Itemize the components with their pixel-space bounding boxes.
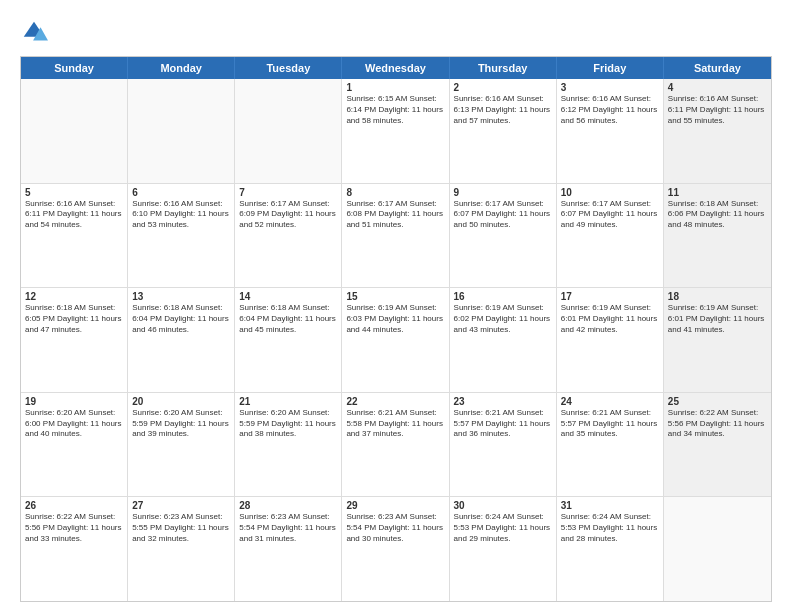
calendar-cell: 13Sunrise: 6:18 AM Sunset: 6:04 PM Dayli… [128, 288, 235, 392]
day-info: Sunrise: 6:18 AM Sunset: 6:04 PM Dayligh… [132, 303, 230, 335]
calendar-cell: 9Sunrise: 6:17 AM Sunset: 6:07 PM Daylig… [450, 184, 557, 288]
weekday-header: Sunday [21, 57, 128, 79]
day-info: Sunrise: 6:21 AM Sunset: 5:57 PM Dayligh… [561, 408, 659, 440]
day-number: 18 [668, 291, 767, 302]
calendar-cell: 24Sunrise: 6:21 AM Sunset: 5:57 PM Dayli… [557, 393, 664, 497]
calendar-cell [21, 79, 128, 183]
day-info: Sunrise: 6:18 AM Sunset: 6:04 PM Dayligh… [239, 303, 337, 335]
day-info: Sunrise: 6:17 AM Sunset: 6:07 PM Dayligh… [454, 199, 552, 231]
day-number: 4 [668, 82, 767, 93]
calendar-cell: 15Sunrise: 6:19 AM Sunset: 6:03 PM Dayli… [342, 288, 449, 392]
weekday-header: Saturday [664, 57, 771, 79]
calendar-cell: 22Sunrise: 6:21 AM Sunset: 5:58 PM Dayli… [342, 393, 449, 497]
calendar-cell: 17Sunrise: 6:19 AM Sunset: 6:01 PM Dayli… [557, 288, 664, 392]
day-info: Sunrise: 6:16 AM Sunset: 6:11 PM Dayligh… [25, 199, 123, 231]
day-info: Sunrise: 6:16 AM Sunset: 6:12 PM Dayligh… [561, 94, 659, 126]
weekday-header: Friday [557, 57, 664, 79]
calendar-cell: 6Sunrise: 6:16 AM Sunset: 6:10 PM Daylig… [128, 184, 235, 288]
day-number: 13 [132, 291, 230, 302]
day-number: 5 [25, 187, 123, 198]
calendar-cell: 3Sunrise: 6:16 AM Sunset: 6:12 PM Daylig… [557, 79, 664, 183]
day-info: Sunrise: 6:16 AM Sunset: 6:10 PM Dayligh… [132, 199, 230, 231]
calendar: SundayMondayTuesdayWednesdayThursdayFrid… [20, 56, 772, 602]
header [20, 18, 772, 46]
calendar-cell: 26Sunrise: 6:22 AM Sunset: 5:56 PM Dayli… [21, 497, 128, 601]
calendar-cell: 25Sunrise: 6:22 AM Sunset: 5:56 PM Dayli… [664, 393, 771, 497]
day-number: 10 [561, 187, 659, 198]
calendar-cell: 7Sunrise: 6:17 AM Sunset: 6:09 PM Daylig… [235, 184, 342, 288]
day-info: Sunrise: 6:24 AM Sunset: 5:53 PM Dayligh… [454, 512, 552, 544]
calendar-cell [235, 79, 342, 183]
calendar-cell: 23Sunrise: 6:21 AM Sunset: 5:57 PM Dayli… [450, 393, 557, 497]
calendar-cell: 12Sunrise: 6:18 AM Sunset: 6:05 PM Dayli… [21, 288, 128, 392]
day-number: 28 [239, 500, 337, 511]
day-info: Sunrise: 6:17 AM Sunset: 6:09 PM Dayligh… [239, 199, 337, 231]
calendar-row: 12Sunrise: 6:18 AM Sunset: 6:05 PM Dayli… [21, 288, 771, 393]
day-info: Sunrise: 6:19 AM Sunset: 6:03 PM Dayligh… [346, 303, 444, 335]
calendar-cell: 21Sunrise: 6:20 AM Sunset: 5:59 PM Dayli… [235, 393, 342, 497]
calendar-cell: 30Sunrise: 6:24 AM Sunset: 5:53 PM Dayli… [450, 497, 557, 601]
day-info: Sunrise: 6:19 AM Sunset: 6:02 PM Dayligh… [454, 303, 552, 335]
calendar-cell: 16Sunrise: 6:19 AM Sunset: 6:02 PM Dayli… [450, 288, 557, 392]
calendar-cell: 4Sunrise: 6:16 AM Sunset: 6:11 PM Daylig… [664, 79, 771, 183]
day-number: 29 [346, 500, 444, 511]
day-number: 22 [346, 396, 444, 407]
day-info: Sunrise: 6:20 AM Sunset: 6:00 PM Dayligh… [25, 408, 123, 440]
day-info: Sunrise: 6:19 AM Sunset: 6:01 PM Dayligh… [668, 303, 767, 335]
day-number: 14 [239, 291, 337, 302]
calendar-row: 1Sunrise: 6:15 AM Sunset: 6:14 PM Daylig… [21, 79, 771, 184]
day-number: 25 [668, 396, 767, 407]
day-number: 27 [132, 500, 230, 511]
day-number: 24 [561, 396, 659, 407]
day-info: Sunrise: 6:23 AM Sunset: 5:55 PM Dayligh… [132, 512, 230, 544]
day-info: Sunrise: 6:23 AM Sunset: 5:54 PM Dayligh… [346, 512, 444, 544]
day-info: Sunrise: 6:20 AM Sunset: 5:59 PM Dayligh… [239, 408, 337, 440]
calendar-cell: 2Sunrise: 6:16 AM Sunset: 6:13 PM Daylig… [450, 79, 557, 183]
calendar-cell: 1Sunrise: 6:15 AM Sunset: 6:14 PM Daylig… [342, 79, 449, 183]
day-number: 7 [239, 187, 337, 198]
day-info: Sunrise: 6:18 AM Sunset: 6:06 PM Dayligh… [668, 199, 767, 231]
day-info: Sunrise: 6:22 AM Sunset: 5:56 PM Dayligh… [25, 512, 123, 544]
weekday-header: Monday [128, 57, 235, 79]
calendar-header: SundayMondayTuesdayWednesdayThursdayFrid… [21, 57, 771, 79]
calendar-cell: 8Sunrise: 6:17 AM Sunset: 6:08 PM Daylig… [342, 184, 449, 288]
calendar-cell: 28Sunrise: 6:23 AM Sunset: 5:54 PM Dayli… [235, 497, 342, 601]
logo [20, 18, 52, 46]
calendar-row: 19Sunrise: 6:20 AM Sunset: 6:00 PM Dayli… [21, 393, 771, 498]
day-number: 26 [25, 500, 123, 511]
day-number: 6 [132, 187, 230, 198]
day-number: 1 [346, 82, 444, 93]
calendar-cell: 18Sunrise: 6:19 AM Sunset: 6:01 PM Dayli… [664, 288, 771, 392]
day-number: 23 [454, 396, 552, 407]
calendar-cell: 11Sunrise: 6:18 AM Sunset: 6:06 PM Dayli… [664, 184, 771, 288]
day-number: 31 [561, 500, 659, 511]
day-info: Sunrise: 6:19 AM Sunset: 6:01 PM Dayligh… [561, 303, 659, 335]
day-number: 30 [454, 500, 552, 511]
day-number: 8 [346, 187, 444, 198]
weekday-header: Wednesday [342, 57, 449, 79]
day-number: 2 [454, 82, 552, 93]
day-info: Sunrise: 6:18 AM Sunset: 6:05 PM Dayligh… [25, 303, 123, 335]
day-info: Sunrise: 6:21 AM Sunset: 5:58 PM Dayligh… [346, 408, 444, 440]
day-number: 20 [132, 396, 230, 407]
day-info: Sunrise: 6:15 AM Sunset: 6:14 PM Dayligh… [346, 94, 444, 126]
calendar-cell: 5Sunrise: 6:16 AM Sunset: 6:11 PM Daylig… [21, 184, 128, 288]
day-number: 9 [454, 187, 552, 198]
calendar-cell: 31Sunrise: 6:24 AM Sunset: 5:53 PM Dayli… [557, 497, 664, 601]
day-info: Sunrise: 6:17 AM Sunset: 6:08 PM Dayligh… [346, 199, 444, 231]
calendar-cell [664, 497, 771, 601]
calendar-cell: 10Sunrise: 6:17 AM Sunset: 6:07 PM Dayli… [557, 184, 664, 288]
day-info: Sunrise: 6:16 AM Sunset: 6:13 PM Dayligh… [454, 94, 552, 126]
day-info: Sunrise: 6:20 AM Sunset: 5:59 PM Dayligh… [132, 408, 230, 440]
day-info: Sunrise: 6:16 AM Sunset: 6:11 PM Dayligh… [668, 94, 767, 126]
calendar-body: 1Sunrise: 6:15 AM Sunset: 6:14 PM Daylig… [21, 79, 771, 601]
day-number: 19 [25, 396, 123, 407]
logo-icon [20, 18, 48, 46]
day-info: Sunrise: 6:24 AM Sunset: 5:53 PM Dayligh… [561, 512, 659, 544]
day-number: 15 [346, 291, 444, 302]
weekday-header: Tuesday [235, 57, 342, 79]
calendar-cell: 19Sunrise: 6:20 AM Sunset: 6:00 PM Dayli… [21, 393, 128, 497]
day-number: 12 [25, 291, 123, 302]
day-number: 16 [454, 291, 552, 302]
calendar-cell [128, 79, 235, 183]
